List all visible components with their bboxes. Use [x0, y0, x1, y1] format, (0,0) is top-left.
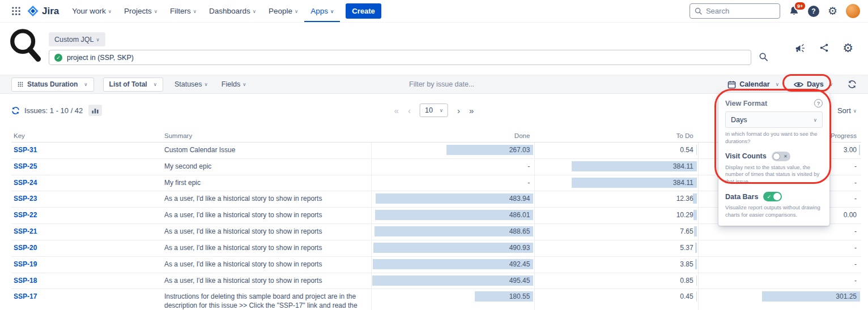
settings-gear-icon[interactable]: ⚙ — [828, 6, 837, 16]
issue-summary: Instructions for deleting this sample bo… — [164, 289, 371, 310]
app-switcher-button[interactable] — [8, 3, 24, 19]
issue-key-link[interactable]: SSP-21 — [14, 224, 37, 235]
issue-key-link[interactable]: SSP-31 — [14, 143, 37, 154]
chevron-down-icon — [851, 106, 857, 115]
search-icon — [759, 53, 768, 61]
chart-view-button[interactable] — [88, 105, 102, 116]
first-page-button[interactable] — [394, 106, 399, 115]
issue-key-link[interactable]: SSP-18 — [14, 273, 37, 285]
nav-item-filters[interactable]: Filters — [164, 0, 203, 22]
nav-item-your-work[interactable]: Your work — [66, 0, 118, 22]
calendar-dropdown[interactable]: Calendar — [727, 80, 779, 89]
jql-query-input[interactable] — [67, 54, 746, 62]
statuses-label: Statuses — [175, 80, 202, 88]
visit-counts-toggle[interactable] — [772, 152, 790, 161]
jql-query-field[interactable] — [49, 50, 751, 65]
jql-mode-dropdown[interactable]: Custom JQL — [49, 32, 105, 46]
issue-date-filter-input[interactable] — [409, 75, 539, 93]
create-button[interactable]: Create — [346, 3, 381, 19]
announcement-icon[interactable] — [794, 43, 806, 53]
format-help-text: In which format do you want to see the d… — [725, 131, 823, 145]
data-bars-label: Data Bars — [725, 193, 758, 201]
list-type-button[interactable]: List of Total — [103, 78, 163, 92]
cell-to-do: 0.45 — [534, 289, 697, 310]
nav-item-people[interactable]: People — [262, 0, 304, 22]
cell-done: 483.94 — [371, 191, 534, 207]
query-action-icons: ⚙ — [794, 42, 853, 54]
notification-badge: 9+ — [794, 1, 806, 11]
chevron-down-icon — [202, 80, 208, 88]
eye-icon — [794, 81, 803, 88]
column-header-summary[interactable]: Summary — [164, 132, 371, 139]
nav-item-apps[interactable]: Apps — [304, 0, 340, 22]
cell-to-do: 0.85 — [534, 273, 697, 289]
last-page-button[interactable] — [469, 106, 474, 115]
format-select[interactable]: Days — [725, 111, 823, 128]
jira-logo[interactable]: Jira — [27, 5, 59, 17]
help-icon[interactable] — [814, 99, 823, 107]
report-settings-gear-icon[interactable]: ⚙ — [843, 42, 853, 54]
issue-summary: As a user, I'd like a historical story t… — [164, 191, 371, 207]
notifications-button[interactable]: 9+ — [789, 6, 799, 16]
chevron-down-icon — [827, 80, 833, 88]
chevron-down-icon — [240, 80, 246, 88]
issue-key-link[interactable]: SSP-24 — [14, 175, 37, 187]
visit-counts-label: Visit Counts — [725, 152, 767, 160]
page-size-select[interactable]: 10 — [420, 104, 448, 117]
prev-page-button[interactable] — [408, 106, 411, 115]
cell-value: 267.03 — [372, 143, 534, 154]
main-nav: Your work Projects Filters Dashboards Pe… — [66, 0, 340, 22]
cell-value: 10.29 — [535, 208, 697, 219]
view-format-dropdown-button[interactable]: Days — [794, 80, 833, 88]
cell-value: 492.45 — [372, 257, 534, 268]
issues-count-label: Issues: 1 - 10 / 42 — [24, 106, 83, 115]
next-page-button[interactable] — [457, 106, 460, 115]
column-header-key[interactable]: Key — [11, 132, 164, 139]
nav-item-label: Filters — [170, 7, 191, 15]
user-avatar[interactable] — [846, 4, 860, 18]
cell-in-progress: 301.25 — [698, 289, 861, 310]
jql-mode-label: Custom JQL — [54, 36, 93, 44]
cell-done: 180.55 — [371, 289, 534, 310]
global-search[interactable] — [690, 3, 780, 19]
jql-editor-section: Custom JQL ⚙ — [0, 23, 868, 75]
cell-to-do: 0.54 — [534, 143, 697, 158]
calendar-icon — [727, 80, 736, 89]
issue-key-link[interactable]: SSP-23 — [14, 191, 37, 203]
pagination: 10 — [394, 104, 474, 117]
issue-key-link[interactable]: SSP-17 — [14, 289, 37, 300]
issue-key-link[interactable]: SSP-22 — [14, 208, 37, 219]
issue-key-link[interactable]: SSP-19 — [14, 257, 37, 268]
report-type-label: Status Duration — [27, 80, 78, 88]
nav-item-projects[interactable]: Projects — [118, 0, 164, 22]
run-query-button[interactable] — [759, 53, 768, 61]
column-header-done[interactable]: Done — [371, 132, 534, 139]
view-format-panel-header: View Format — [725, 99, 823, 107]
cell-value: - — [699, 224, 861, 235]
view-format-label: Days — [807, 80, 824, 88]
data-bars-toggle[interactable] — [763, 192, 782, 201]
fields-dropdown[interactable]: Fields — [219, 80, 249, 88]
cell-value: 7.65 — [535, 224, 697, 235]
sort-button[interactable]: Sort — [837, 106, 857, 115]
issue-key-link[interactable]: SSP-20 — [14, 240, 37, 252]
sync-icon[interactable] — [848, 80, 857, 89]
cell-done: - — [371, 159, 534, 175]
issue-summary: As a user, I'd like a historical story t… — [164, 273, 371, 289]
refresh-icon[interactable] — [11, 106, 20, 115]
app-switcher-grid-icon — [11, 6, 21, 16]
search-input[interactable] — [706, 7, 768, 15]
chevron-down-icon — [106, 7, 112, 15]
share-icon[interactable] — [819, 43, 829, 53]
table-row: SSP-19As a user, I'd like a historical s… — [11, 257, 861, 273]
calendar-label: Calendar — [739, 80, 770, 88]
statuses-dropdown[interactable]: Statuses — [172, 80, 210, 88]
report-type-button[interactable]: Status Duration — [11, 78, 94, 92]
query-valid-check-icon — [54, 54, 62, 62]
nav-item-dashboards[interactable]: Dashboards — [203, 0, 262, 22]
column-header-to-do[interactable]: To Do — [534, 132, 697, 139]
cell-to-do: 12.36 — [534, 191, 697, 207]
issue-key-link[interactable]: SSP-25 — [14, 159, 37, 170]
help-button[interactable] — [808, 6, 819, 17]
cell-value: - — [699, 257, 861, 268]
